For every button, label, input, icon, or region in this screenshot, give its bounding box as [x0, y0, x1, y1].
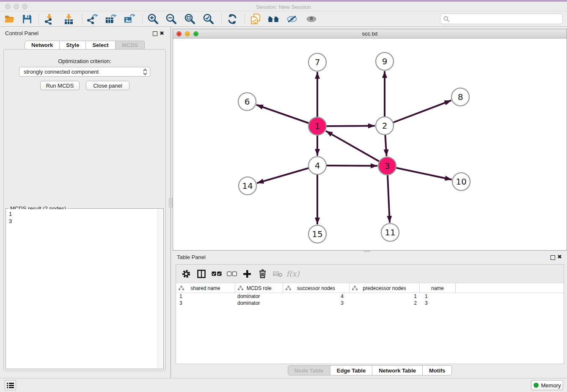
cell-mcds-role[interactable]: dominator: [235, 300, 283, 307]
column-header-predecessor-nodes[interactable]: predecessor nodes: [350, 284, 420, 293]
graph-edge-1-6[interactable]: [256, 105, 317, 126]
column-header-mcds-role[interactable]: MCDS role: [235, 284, 283, 293]
graph-node-11[interactable]: 11: [381, 224, 399, 241]
graph-node-15[interactable]: 15: [308, 225, 326, 243]
search-field[interactable]: [440, 14, 563, 24]
delete-table-icon[interactable]: [270, 268, 285, 280]
graph-node-1[interactable]: 1: [308, 117, 326, 135]
app-title: Session: New Session: [0, 4, 567, 10]
graph-edge-2-8[interactable]: [385, 100, 451, 126]
deselect-all-checkboxes-icon[interactable]: [224, 268, 239, 280]
graph-edge-3-10[interactable]: [387, 166, 451, 179]
cell-shared-name[interactable]: 3: [176, 300, 235, 307]
delete-row-icon[interactable]: [255, 268, 270, 280]
column-header-shared-name[interactable]: shared name: [176, 284, 235, 293]
tab-motifs[interactable]: Motifs: [423, 365, 452, 375]
function-builder-icon[interactable]: f(x): [285, 268, 300, 280]
graph-node-9[interactable]: 9: [376, 52, 394, 70]
svg-text:4: 4: [315, 160, 320, 171]
export-table-icon[interactable]: [105, 14, 117, 25]
table-body: 1 dominator 4 1 1 3 dominator 3 2 3: [176, 293, 564, 307]
table-panel-float-button[interactable]: [550, 255, 555, 260]
cell-name[interactable]: 1: [420, 293, 456, 300]
save-icon[interactable]: [21, 14, 33, 25]
tab-mcds[interactable]: MCDS: [116, 41, 145, 50]
network-canvas[interactable]: 1234678910111415: [173, 39, 567, 250]
tab-network-table[interactable]: Network Table: [372, 365, 423, 375]
graph-edge-4-14[interactable]: [257, 166, 317, 183]
panel-divider-grip[interactable]: [169, 198, 173, 207]
import-table-icon[interactable]: [63, 14, 74, 25]
mcds-result-line: 3: [9, 218, 155, 225]
graph-node-4[interactable]: 4: [308, 157, 326, 174]
graph-node-7[interactable]: 7: [308, 53, 326, 71]
cell-predecessor-nodes[interactable]: 1: [350, 293, 420, 300]
attribute-tree-icon: [286, 286, 291, 290]
run-mcds-button[interactable]: Run MCDS: [40, 81, 80, 90]
graph-node-6[interactable]: 6: [238, 93, 256, 110]
graph-node-2[interactable]: 2: [376, 117, 394, 135]
cell-name[interactable]: 3: [420, 300, 456, 307]
close-panel-button[interactable]: Close panel: [86, 81, 129, 90]
main-toolbar: [0, 11, 567, 27]
tab-edge-table[interactable]: Edge Table: [330, 365, 372, 375]
column-header-name[interactable]: name: [420, 284, 456, 293]
tab-node-table[interactable]: Node Table: [288, 365, 330, 375]
control-panel-close-icon[interactable]: ✖: [160, 31, 164, 36]
export-network-icon[interactable]: [86, 14, 98, 25]
search-input[interactable]: [449, 16, 562, 22]
add-row-icon[interactable]: [239, 268, 255, 280]
cell-mcds-role[interactable]: dominator: [235, 293, 283, 300]
show-columns-icon[interactable]: [194, 268, 209, 280]
graph-node-8[interactable]: 8: [451, 88, 469, 106]
network-window-titlebar[interactable]: ✕ – + scc.txt: [173, 29, 567, 39]
network-window-title: scc.txt: [173, 30, 567, 37]
svg-text:9: 9: [382, 56, 388, 66]
select-all-checkboxes-icon[interactable]: [209, 268, 224, 280]
import-network-icon[interactable]: [43, 14, 55, 25]
toolbar-separator: [142, 14, 143, 24]
table-row[interactable]: 1 dominator 4 1 1: [176, 293, 564, 300]
graph-node-14[interactable]: 14: [239, 177, 256, 195]
cell-shared-name[interactable]: 1: [176, 293, 235, 300]
export-image-icon[interactable]: [124, 14, 135, 25]
table-row[interactable]: 3 dominator 3 2 3: [176, 300, 564, 307]
home-layout-icon[interactable]: [267, 14, 279, 25]
cell-successor-nodes[interactable]: 3: [283, 300, 350, 307]
graph-node-10[interactable]: 10: [452, 173, 470, 190]
mcds-result-line: 1: [9, 210, 155, 218]
cell-successor-nodes[interactable]: 4: [283, 293, 350, 300]
control-panel-tabs: Network Style Select MCDS: [0, 41, 169, 50]
cell-predecessor-nodes[interactable]: 2: [350, 300, 420, 307]
table-panel-close-icon[interactable]: ✖: [557, 254, 562, 259]
app-titlebar: Session: New Session: [0, 2, 567, 11]
task-history-button[interactable]: [5, 380, 16, 390]
criterion-dropdown[interactable]: strongly connected component: [19, 67, 150, 77]
settings-gear-icon[interactable]: [179, 268, 194, 280]
network-graph[interactable]: 1234678910111415: [173, 39, 567, 250]
zoom-selected-icon[interactable]: [203, 14, 215, 25]
svg-text:3: 3: [385, 161, 390, 171]
tab-select[interactable]: Select: [86, 41, 115, 50]
graph-edge-3-1[interactable]: [326, 131, 387, 166]
toolbar-separator: [39, 14, 39, 24]
hide-eye-icon[interactable]: [286, 14, 298, 25]
graph-node-3[interactable]: 3: [378, 157, 396, 175]
memory-button[interactable]: Memory: [531, 380, 563, 390]
toolbar-separator: [82, 14, 83, 24]
refresh-icon[interactable]: [226, 14, 238, 25]
zoom-out-icon[interactable]: [165, 14, 177, 25]
mcds-result-text[interactable]: 1 3: [6, 209, 157, 368]
zoom-in-icon[interactable]: [147, 14, 159, 25]
column-header-successor-nodes[interactable]: successor nodes: [283, 284, 350, 293]
node-table-container: f(x) shared name MCDS role successor nod…: [176, 264, 564, 364]
mcds-result-scrollbar[interactable]: [157, 209, 163, 368]
control-panel-float-button[interactable]: [153, 31, 157, 36]
tab-network[interactable]: Network: [25, 41, 60, 50]
tab-style[interactable]: Style: [60, 41, 86, 50]
open-file-icon[interactable]: [4, 14, 16, 25]
show-eye-icon[interactable]: [306, 14, 317, 25]
clone-network-icon[interactable]: [250, 14, 261, 25]
svg-text:8: 8: [458, 92, 463, 102]
zoom-fit-icon[interactable]: [184, 14, 196, 25]
